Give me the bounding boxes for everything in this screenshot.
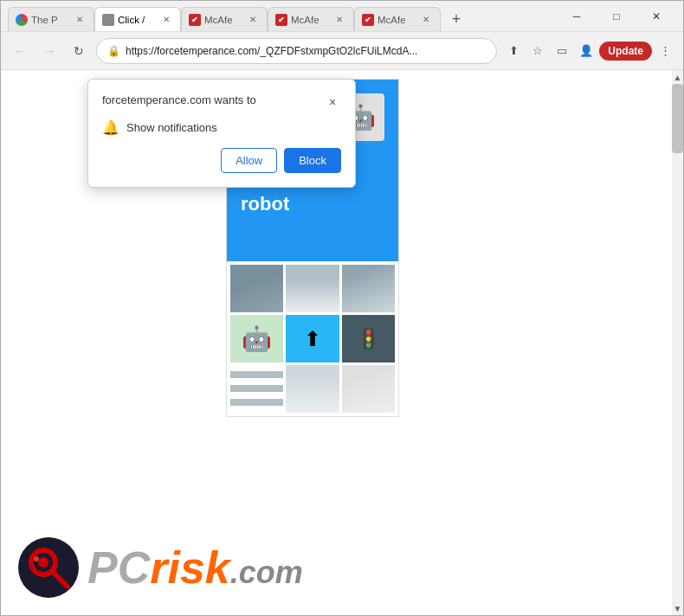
forward-button[interactable]: → (37, 39, 61, 63)
popup-close-button[interactable]: × (324, 93, 341, 111)
com-text: .com (230, 555, 303, 590)
tab-close-2[interactable]: ✕ (159, 13, 173, 27)
tab-mcafee-3[interactable]: ✔ McAfe ✕ (354, 7, 441, 31)
grid-image-5[interactable]: ⬆ (286, 315, 339, 363)
minimize-button[interactable]: ─ (557, 3, 597, 30)
captcha-line5: robot (241, 193, 289, 215)
magnifier-icon (23, 542, 74, 594)
image-grid: 🤖 ⬆ 🚦 (227, 261, 398, 416)
grid-image-8[interactable] (286, 365, 339, 413)
grid-image-3[interactable] (342, 265, 395, 312)
share-button[interactable]: ⬆ (502, 40, 525, 62)
tab-title-5: McAfe (377, 15, 416, 25)
scrollbar-thumb[interactable] (672, 84, 683, 153)
svg-point-3 (34, 556, 39, 561)
block-button[interactable]: Block (284, 148, 341, 173)
address-input[interactable]: 🔒 https://forcetemperance.com/_QZFDFstxm… (96, 38, 497, 64)
tab-favicon-click (102, 14, 114, 26)
grid-image-9[interactable] (342, 365, 395, 413)
tab-favicon-chrome (16, 14, 28, 26)
tab-favicon-mcafee-2: ✔ (275, 14, 287, 26)
tab-close-5[interactable]: ✕ (419, 13, 433, 27)
scrollbar-down-arrow[interactable]: ▼ (672, 601, 683, 615)
notification-popup: forcetemperance.com wants to × 🔔 Show no… (87, 79, 356, 188)
scrollbar[interactable]: ▲ ▼ (672, 70, 683, 615)
grid-image-2[interactable] (286, 265, 339, 312)
address-bar: ← → ↻ 🔒 https://forcetemperance.com/_QZF… (1, 32, 683, 70)
scrollbar-up-arrow[interactable]: ▲ (672, 70, 683, 84)
window-controls: ─ □ ✕ (557, 3, 676, 30)
maximize-button[interactable]: □ (597, 3, 636, 30)
popup-item-text: Show notifications (126, 121, 217, 134)
update-button[interactable]: Update (599, 42, 652, 61)
risk-text: risk (150, 542, 230, 593)
close-button[interactable]: ✕ (636, 3, 676, 30)
grid-image-6[interactable]: 🚦 (342, 315, 395, 363)
pc-text: PC (87, 542, 150, 593)
reload-button[interactable]: ↻ (67, 39, 91, 63)
grid-image-7[interactable] (230, 365, 283, 413)
bell-icon: 🔔 (102, 119, 119, 136)
tab-title-1: The P (31, 15, 69, 25)
profile-button[interactable]: 👤 (575, 40, 597, 62)
pcrisk-logo-circle (18, 537, 79, 598)
grid-image-4[interactable]: 🤖 (230, 315, 283, 363)
address-actions: ⬆ ☆ ▭ 👤 Update ⋮ (502, 40, 676, 62)
address-text: https://forcetemperance.com/_QZFDFstxmpG… (126, 45, 486, 57)
popup-notification-item: 🔔 Show notifications (102, 119, 341, 136)
popup-buttons: Allow Block (102, 148, 341, 173)
browser-window: The P ✕ Click / ✕ ✔ McAfe ✕ ✔ McAfe ✕ ✔ … (0, 0, 684, 616)
tab-mcafee-1[interactable]: ✔ McAfe ✕ (181, 7, 268, 31)
tab-the[interactable]: The P ✕ (8, 7, 94, 31)
tab-title-3: McAfe (204, 15, 242, 25)
allow-button[interactable]: Allow (221, 148, 277, 173)
grid-image-1[interactable] (230, 265, 283, 312)
tab-favicon-mcafee-1: ✔ (189, 14, 201, 26)
popup-title: forcetemperance.com wants to (102, 93, 256, 106)
title-bar: The P ✕ Click / ✕ ✔ McAfe ✕ ✔ McAfe ✕ ✔ … (1, 1, 683, 32)
tab-close-3[interactable]: ✕ (246, 13, 260, 27)
new-tab-button[interactable]: + (444, 7, 468, 31)
pcrisk-logo-area: PCrisk.com (18, 537, 303, 598)
popup-header: forcetemperance.com wants to × (102, 93, 341, 111)
tabs-area: The P ✕ Click / ✕ ✔ McAfe ✕ ✔ McAfe ✕ ✔ … (8, 1, 557, 31)
svg-point-1 (38, 557, 48, 568)
tab-title-4: McAfe (291, 15, 329, 25)
page-content: forcetemperance.com wants to × 🔔 Show no… (1, 70, 683, 615)
tab-favicon-mcafee-3: ✔ (362, 14, 374, 26)
tab-click[interactable]: Click / ✕ (94, 7, 181, 31)
tab-close-1[interactable]: ✕ (73, 13, 87, 27)
menu-button[interactable]: ⋮ (654, 40, 676, 62)
pcrisk-text: PCrisk.com (87, 545, 303, 590)
lock-icon: 🔒 (107, 45, 120, 57)
svg-line-2 (52, 571, 68, 587)
tab-mcafee-2[interactable]: ✔ McAfe ✕ (268, 7, 354, 31)
bookmark-button[interactable]: ☆ (526, 40, 549, 62)
tab-title-2: Click / (118, 15, 156, 25)
sidebar-button[interactable]: ▭ (551, 40, 573, 62)
tab-close-4[interactable]: ✕ (332, 13, 346, 27)
back-button[interactable]: ← (8, 39, 32, 63)
